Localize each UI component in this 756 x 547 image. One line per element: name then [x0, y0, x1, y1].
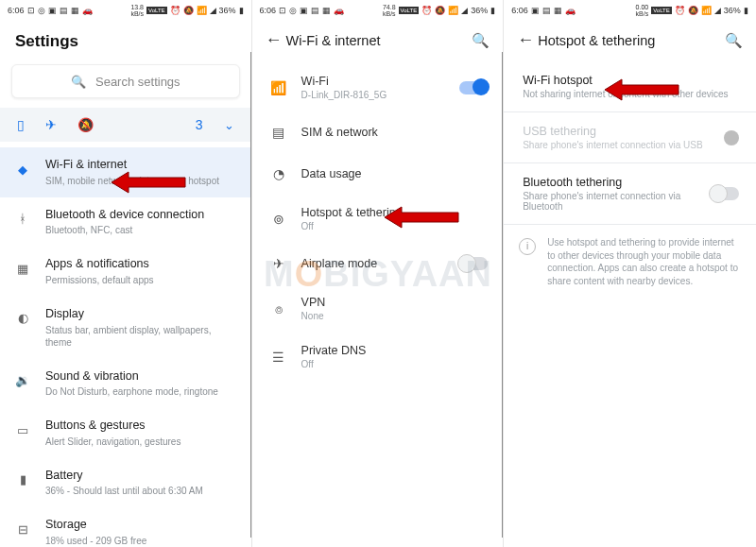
- net-item-wifi[interactable]: 📶 Wi-FiD-Link_DIR-816_5G: [252, 63, 504, 111]
- status-time: 6:06: [8, 6, 25, 15]
- status-time: 6:06: [260, 6, 277, 15]
- hotspot-item-bluetooth-tethering[interactable]: Bluetooth tetheringShare phone's interne…: [504, 165, 756, 222]
- battery-icon: ▮: [239, 6, 244, 15]
- dnd-icon: 🔕: [688, 6, 698, 15]
- sim-icon: ▤: [269, 123, 288, 142]
- phone-icon: ▯: [17, 117, 25, 132]
- volte-icon: VoLTE: [399, 7, 420, 14]
- app-icon-1: ▣: [300, 6, 308, 15]
- hotspot-item-wifi-hotspot[interactable]: Wi-Fi hotspotNot sharing internet or con…: [504, 63, 756, 110]
- car-icon: 🚗: [82, 6, 93, 15]
- dnd-icon: 🔕: [435, 6, 445, 15]
- battery-percent: 36%: [724, 6, 741, 15]
- car-icon: 🚗: [565, 6, 576, 15]
- status-time: 6:06: [511, 6, 528, 15]
- alarm-icon: ⏰: [421, 6, 432, 15]
- signal-icon: ◢: [461, 6, 468, 15]
- display-icon: ◐: [13, 309, 32, 328]
- suggestions-count: 3: [196, 117, 203, 132]
- status-bar: 6:06 ▣▤▦🚗 0.00kB/s VoLTE ⏰🔕📶◢ 36%▮: [504, 0, 756, 19]
- net-item-data-usage[interactable]: ◔ Data usage: [252, 153, 504, 195]
- pane-settings: 6:06 ⊡ ◎ ▣ ▤ ▦ 🚗 13.8kB/s VoLTE ⏰ 🔕 📶 ◢ …: [0, 0, 252, 547]
- wifi-icon: 📶: [197, 6, 207, 15]
- search-icon[interactable]: 🔍: [472, 32, 490, 49]
- net-speed: 74.8kB/s: [383, 4, 396, 17]
- signal-icon: ◢: [210, 6, 216, 15]
- page-title: Settings: [0, 19, 251, 60]
- info-text: Use hotspot and tethering to provide int…: [547, 236, 741, 287]
- settings-item-bluetooth[interactable]: ᚼ Bluetooth & device connectionBluetooth…: [0, 197, 251, 248]
- storage-icon: ⊟: [13, 520, 32, 538]
- status-bar: 6:06 ⊡◎▣▤▦🚗 74.8kB/s VoLTE ⏰🔕📶◢ 36%▮: [252, 0, 504, 19]
- alarm-icon: ⏰: [675, 6, 685, 15]
- search-placeholder: Search settings: [95, 75, 180, 89]
- camera-icon: ◎: [38, 6, 45, 15]
- battery-icon: ▮: [490, 6, 495, 15]
- apps-icon: ▦: [13, 259, 32, 278]
- app-icon-2: ▤: [60, 6, 68, 15]
- settings-item-storage[interactable]: ⊟ Storage18% used - 209 GB free: [0, 507, 251, 547]
- car-icon: 🚗: [334, 6, 344, 15]
- info-note: i Use hotspot and tethering to provide i…: [504, 227, 756, 287]
- data-usage-icon: ◔: [269, 164, 288, 183]
- search-icon[interactable]: 🔍: [725, 32, 743, 49]
- dnd-icon: 🔕: [183, 6, 194, 15]
- settings-list: ◆ Wi-Fi & internet SIM, mobile network, …: [0, 147, 251, 547]
- hotspot-item-usb-tethering: USB tetheringShare phone's internet conn…: [504, 114, 756, 161]
- send-icon: ✈: [45, 117, 57, 132]
- dns-icon: ☰: [269, 348, 288, 367]
- alarm-icon: ⏰: [170, 6, 180, 15]
- settings-item-battery[interactable]: ▮ Battery36% - Should last until about 6…: [0, 458, 251, 508]
- battery-icon: ▮: [744, 6, 748, 15]
- info-icon: i: [519, 238, 536, 255]
- app-icon-1: ▣: [48, 6, 57, 15]
- sound-icon: 🔉: [13, 371, 32, 390]
- hotspot-icon: ⊚: [269, 210, 288, 229]
- disabled-indicator-icon: [724, 130, 739, 145]
- battery-settings-icon: ▮: [13, 470, 32, 489]
- page-title: Wi-Fi & internet: [286, 33, 472, 48]
- settings-item-display[interactable]: ◐ DisplayStatus bar, ambient display, wa…: [0, 297, 251, 359]
- wifi-icon: 📶: [701, 6, 712, 15]
- wifi-icon: 📶: [269, 78, 288, 97]
- app-icon-3: ▦: [71, 6, 79, 15]
- app-icon-3: ▦: [322, 6, 331, 15]
- signal-icon: ◢: [714, 6, 721, 15]
- battery-percent: 36%: [471, 6, 488, 15]
- settings-item-sound[interactable]: 🔉 Sound & vibrationDo Not Disturb, earph…: [0, 359, 251, 409]
- settings-item-wifi-internet[interactable]: ◆ Wi-Fi & internet SIM, mobile network, …: [0, 147, 251, 197]
- net-item-hotspot[interactable]: ⊚ Hotspot & tetheringOff: [252, 195, 504, 243]
- watermark: MOBIGYAAN: [264, 253, 492, 294]
- pane-hotspot-tethering: 6:06 ▣▤▦🚗 0.00kB/s VoLTE ⏰🔕📶◢ 36%▮ ← Hot…: [504, 0, 756, 547]
- bluetooth-tethering-toggle[interactable]: [711, 187, 739, 200]
- instagram-icon: ⊡: [279, 6, 286, 15]
- search-icon: 🔍: [71, 75, 86, 89]
- settings-item-buttons[interactable]: ▭ Buttons & gesturesAlert Slider, naviga…: [0, 408, 251, 458]
- wifi-icon: 📶: [448, 6, 458, 15]
- volte-icon: VoLTE: [651, 7, 672, 14]
- battery-percent: 36%: [219, 6, 236, 15]
- bluetooth-icon: ᚼ: [13, 210, 32, 229]
- suggestions-row[interactable]: ▯ ✈ 🔕 3 ⌄: [0, 108, 251, 142]
- net-item-private-dns[interactable]: ☰ Private DNSOff: [252, 333, 504, 381]
- app-icon-3: ▦: [554, 6, 562, 15]
- back-button[interactable]: ←: [266, 30, 286, 50]
- settings-item-apps[interactable]: ▦ Apps & notificationsPermissions, defau…: [0, 247, 251, 297]
- instagram-icon: ⊡: [27, 6, 35, 15]
- camera-icon: ◎: [289, 6, 297, 15]
- app-icon-2: ▤: [542, 6, 551, 15]
- search-input[interactable]: 🔍 Search settings: [11, 64, 240, 98]
- net-speed: 13.8kB/s: [130, 4, 144, 17]
- net-item-sim[interactable]: ▤ SIM & network: [252, 111, 504, 153]
- buttons-icon: ▭: [13, 420, 32, 439]
- app-icon-2: ▤: [311, 6, 319, 15]
- app-icon-1: ▣: [531, 6, 540, 15]
- net-speed: 0.00kB/s: [636, 4, 649, 17]
- volte-icon: VoLTE: [146, 7, 167, 14]
- page-title: Hotspot & tethering: [538, 33, 725, 48]
- wifi-toggle[interactable]: [459, 81, 488, 94]
- status-bar: 6:06 ⊡ ◎ ▣ ▤ ▦ 🚗 13.8kB/s VoLTE ⏰ 🔕 📶 ◢ …: [0, 0, 251, 19]
- back-button[interactable]: ←: [517, 30, 538, 50]
- bell-off-icon: 🔕: [77, 117, 94, 132]
- vpn-icon: ⌾: [269, 299, 288, 318]
